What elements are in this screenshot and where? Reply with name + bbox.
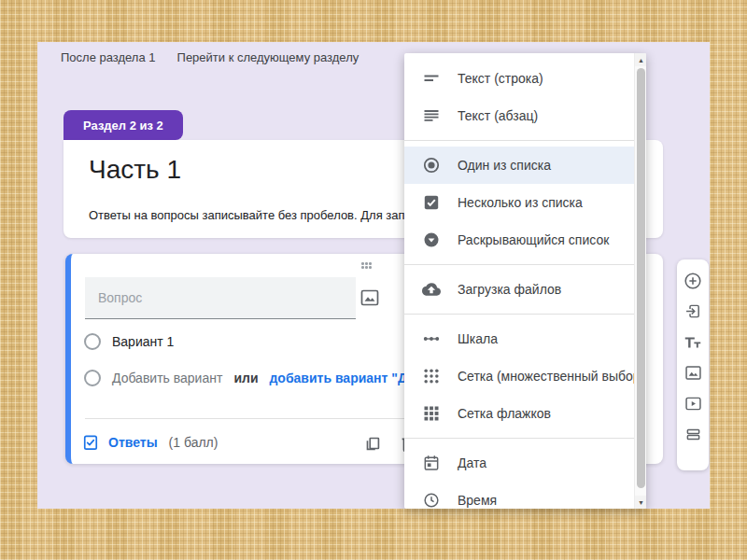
menu-item-checkboxes[interactable]: Несколько из списка — [404, 184, 646, 221]
checkbox-grid-icon — [422, 404, 441, 423]
conjunction-label: или — [233, 371, 258, 385]
add-title-text-button[interactable] — [678, 327, 709, 357]
next-section-select[interactable]: Перейти к следующему разделу — [177, 50, 359, 64]
section-routing-bar: После раздела 1 Перейти к следующему раз… — [61, 50, 359, 64]
menu-item-choice-grid[interactable]: Сетка (множественный выбор) — [404, 357, 646, 395]
menu-item-dropdown[interactable]: Раскрывающийся список — [404, 221, 646, 259]
points-label: (1 балл) — [169, 435, 218, 450]
menu-item-single-choice[interactable]: Один из списка — [404, 147, 646, 184]
menu-item-label: Дата — [458, 455, 486, 470]
add-video-button[interactable] — [678, 388, 709, 419]
duplicate-question-button[interactable] — [362, 433, 383, 454]
image-icon — [359, 287, 381, 309]
menu-scrollbar[interactable]: ▲ ▼ — [634, 53, 646, 509]
add-image-to-question-button[interactable] — [359, 287, 381, 309]
image-icon — [684, 363, 703, 383]
menu-divider — [404, 264, 646, 265]
desktop: { "topbar": { "after_section": "После ра… — [0, 0, 747, 560]
floating-toolbar — [677, 259, 709, 470]
menu-item-date[interactable]: Дата — [404, 444, 646, 482]
menu-item-label: Один из списка — [458, 158, 551, 173]
add-option-row: Добавить вариант или добавить вариант "Д… — [84, 370, 449, 386]
menu-item-label: Раскрывающийся список — [458, 232, 609, 247]
cloud-upload-icon — [422, 280, 441, 299]
menu-item-label: Сетка флажков — [458, 406, 551, 421]
menu-item-label: Текст (абзац) — [458, 108, 538, 123]
add-option-button[interactable]: Добавить вариант — [112, 371, 222, 385]
video-icon — [684, 394, 703, 413]
section-badge-label: Раздел 2 из 2 — [83, 119, 163, 133]
checkbox-filled-icon — [422, 193, 441, 212]
choice-grid-icon — [422, 367, 441, 385]
form-editor-page: После раздела 1 Перейти к следующему раз… — [37, 42, 710, 509]
clock-icon — [422, 491, 441, 509]
linear-scale-icon — [422, 329, 441, 348]
copy-icon — [362, 433, 383, 454]
scroll-up-arrow-icon[interactable]: ▲ — [635, 53, 646, 66]
import-icon — [684, 301, 703, 321]
option-row: Вариант 1 — [84, 333, 174, 350]
add-circle-icon — [683, 271, 703, 291]
question-type-menu: Текст (строка) Текст (абзац) Один из спи… — [404, 53, 646, 509]
section-title[interactable]: Часть 1 — [89, 155, 181, 185]
radio-filled-icon — [422, 156, 441, 175]
dropdown-circle-icon — [422, 231, 441, 249]
section-icon — [684, 425, 703, 444]
drag-handle-icon[interactable] — [361, 262, 373, 270]
answer-key-icon — [81, 433, 100, 452]
short-text-icon — [422, 69, 441, 88]
menu-item-linear-scale[interactable]: Шкала — [404, 320, 646, 357]
menu-item-paragraph[interactable]: Текст (абзац) — [404, 97, 646, 134]
title-text-icon — [683, 332, 703, 353]
menu-item-label: Несколько из списка — [458, 195, 583, 210]
menu-item-short-text[interactable]: Текст (строка) — [404, 60, 646, 97]
menu-item-label: Текст (строка) — [458, 71, 543, 86]
question-title-input[interactable] — [85, 277, 356, 319]
menu-item-label: Загрузка файлов — [458, 282, 561, 297]
add-image-button[interactable] — [678, 357, 709, 388]
menu-item-checkbox-grid[interactable]: Сетка флажков — [404, 395, 646, 432]
after-section-label: После раздела 1 — [61, 50, 156, 64]
calendar-icon — [422, 454, 441, 472]
import-questions-button[interactable] — [678, 296, 709, 327]
option-label[interactable]: Вариант 1 — [112, 334, 174, 349]
menu-divider — [404, 438, 646, 439]
answer-key-button[interactable]: Ответы (1 балл) — [81, 433, 218, 452]
section-badge: Раздел 2 из 2 — [63, 110, 183, 140]
menu-item-label: Сетка (множественный выбор) — [458, 369, 644, 384]
add-section-button[interactable] — [678, 419, 709, 450]
add-question-button[interactable] — [678, 265, 709, 296]
menu-item-label: Шкала — [458, 331, 498, 346]
radio-button-icon[interactable] — [84, 333, 101, 350]
menu-divider — [404, 140, 646, 141]
menu-item-time[interactable]: Время — [404, 482, 646, 509]
answer-key-label: Ответы — [108, 435, 158, 450]
menu-item-file-upload[interactable]: Загрузка файлов — [404, 271, 646, 308]
paragraph-icon — [422, 106, 441, 125]
scroll-down-arrow-icon[interactable]: ▼ — [635, 496, 646, 509]
scrollbar-thumb[interactable] — [637, 68, 645, 488]
menu-divider — [404, 314, 646, 315]
radio-button-icon — [84, 370, 101, 386]
menu-item-label: Время — [458, 493, 497, 508]
